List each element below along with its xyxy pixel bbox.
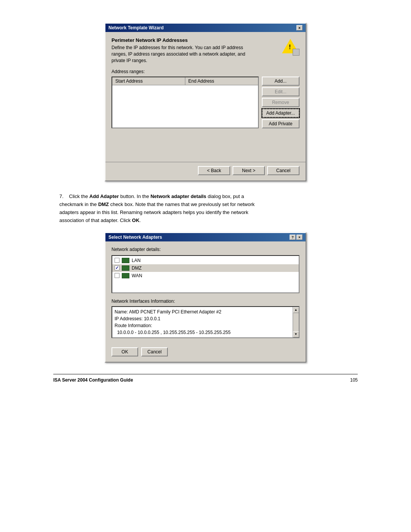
end-address-col: End Address [185,77,258,85]
wizard-close-button[interactable]: × [296,25,303,30]
instruction-block: 7. Click the Add Adapter button. In the … [53,193,358,224]
select-adapters-title: Select Network Adapters [108,235,162,240]
wizard-header: Perimeter Network IP Addresses Define th… [112,37,299,64]
adapters-cancel-button[interactable]: Cancel [141,347,168,356]
wan-label: WAN [132,273,142,278]
select-adapters-titlebar-btns: ? × [290,235,303,240]
next-button[interactable]: Next > [233,166,265,175]
info-scrollbar[interactable]: ▲ ▼ [293,307,299,337]
scrollbar-up-arrow[interactable]: ▲ [293,307,299,313]
ok-button[interactable]: OK [112,347,138,356]
wizard-footer: < Back Next > Cancel [105,162,306,181]
wizard-titlebar: Network Template Wizard × [105,24,306,32]
close-button[interactable]: × [296,235,303,240]
dmz-network-icon [122,265,129,271]
select-adapters-titlebar: Select Network Adapters ? × [105,233,306,241]
address-table-body [112,85,258,123]
address-table-area: Start Address End Address Add... Edit...… [112,77,299,128]
footer-title: ISA Server 2004 Configuration Guide [53,377,133,383]
table-buttons: Add... Edit... Remove Add Adapter... Add… [262,77,299,128]
scrollbar-down-arrow[interactable]: ▼ [293,331,299,337]
wan-network-icon [122,273,129,278]
adapters-list: LAN DMZ WAN [112,255,299,293]
wan-checkbox[interactable] [115,273,119,278]
wizard-content: Perimeter Network IP Addresses Define th… [105,32,306,162]
lan-network-icon [122,258,129,263]
wizard-icon: ! [281,37,299,56]
wizard-dialog: Network Template Wizard × Perimeter Netw… [105,23,306,181]
instruction-text-2: button. In the [119,193,150,199]
wizard-titlebar-title: Network Template Wizard [108,25,164,30]
add-adapter-button[interactable]: Add Adapter... [262,109,299,118]
wizard-description: Define the IP addresses for this network… [112,45,252,64]
address-table: Start Address End Address [112,77,259,128]
back-button[interactable]: < Back [198,166,230,175]
remove-button[interactable]: Remove [262,98,299,107]
instruction-bold-2: Network adapter details [150,193,206,199]
edit-button[interactable]: Edit... [262,87,299,96]
adapter-item-dmz[interactable]: DMZ [112,264,299,272]
select-adapters-content: Network adapter details: LAN DMZ WAN Net… [105,241,306,343]
network-overlay-icon [293,49,299,56]
instruction-text-5: . [139,217,141,223]
lan-checkbox[interactable] [115,258,119,263]
network-info-text: Name: AMD PCNET Family PCI Ethernet Adap… [115,308,291,336]
adapter-item-lan[interactable]: LAN [112,257,299,264]
lan-label: LAN [132,258,140,263]
start-address-col: Start Address [112,77,185,85]
instruction-text-1: Click the [69,193,89,199]
wizard-title-text: Network Template Wizard [108,25,164,30]
help-button[interactable]: ? [290,235,296,240]
dmz-label: DMZ [132,265,142,271]
address-ranges-label: Address ranges: [112,69,299,74]
adapter-item-wan[interactable]: WAN [112,272,299,280]
network-info-box: Name: AMD PCNET Family PCI Ethernet Adap… [112,306,299,338]
instruction-number: 7. [59,193,68,199]
adapters-details-label: Network adapter details: [112,247,299,252]
wizard-heading: Perimeter Network IP Addresses [112,37,252,43]
address-table-header-row: Start Address End Address [112,77,258,85]
wizard-header-text: Perimeter Network IP Addresses Define th… [112,37,252,64]
select-adapters-dialog: Select Network Adapters ? × Network adap… [105,232,306,363]
page-number: 105 [350,377,358,383]
add-private-button[interactable]: Add Private [262,119,299,128]
instruction-bold-4: OK [132,217,140,223]
dmz-checkbox[interactable] [115,265,119,270]
instruction-bold-3: DMZ [98,201,109,207]
spacer [112,134,299,157]
cancel-button[interactable]: Cancel [267,166,299,175]
add-button[interactable]: Add... [262,77,299,86]
network-interfaces-label: Network Interfaces Information: [112,299,299,304]
page-footer: ISA Server 2004 Configuration Guide 105 [53,374,358,383]
adapters-footer: OK Cancel [105,343,306,362]
scrollbar-track [293,313,299,331]
warning-exclamation-icon: ! [289,44,291,50]
instruction-bold-1: Add Adapter [89,193,119,199]
